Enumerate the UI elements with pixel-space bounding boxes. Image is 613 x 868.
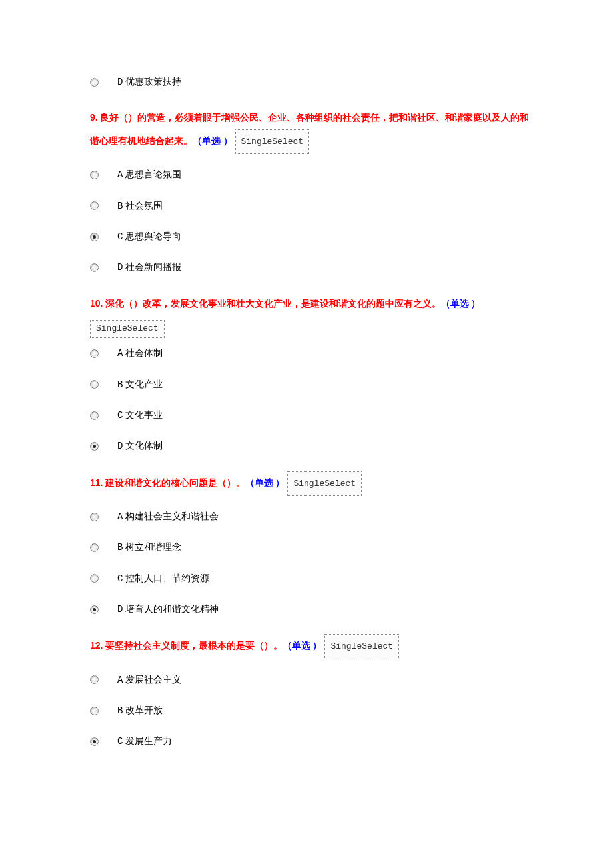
option-letter: A — [117, 675, 123, 685]
radio-icon[interactable] — [90, 349, 99, 358]
quiz-container: D优惠政策扶持9. 良好（）的营造，必须着眼于增强公民、企业、各种组织的社会责任… — [90, 67, 533, 757]
question-hint: （单选 ） — [245, 478, 285, 488]
badge-line: SingleSelect — [90, 320, 533, 338]
radio-icon[interactable] — [90, 263, 99, 272]
option-letter: A — [117, 348, 123, 359]
question-number: 9. — [90, 112, 98, 123]
option-letter: D — [117, 77, 123, 87]
option-content: B树立和谐理念 — [117, 540, 181, 555]
option-row[interactable]: A发展社会主义 — [90, 665, 533, 695]
single-select-badge: SingleSelect — [287, 471, 362, 496]
radio-icon[interactable] — [90, 380, 99, 389]
option-text: 文化产业 — [125, 379, 163, 389]
option-row[interactable]: B社会氛围 — [90, 191, 533, 221]
option-content: A构建社会主义和谐社会 — [117, 509, 219, 524]
option-content: A社会体制 — [117, 346, 163, 361]
option-row[interactable]: C文化事业 — [90, 400, 533, 431]
option-letter: A — [117, 511, 123, 522]
option-row[interactable]: A社会体制 — [90, 338, 533, 369]
option-row[interactable]: A构建社会主义和谐社会 — [90, 501, 533, 532]
option-row[interactable]: D文化体制 — [90, 431, 533, 461]
question-number: 11. — [90, 477, 103, 488]
option-row[interactable]: C控制人口、节约资源 — [90, 563, 533, 594]
option-text: 社会氛围 — [125, 201, 163, 211]
option-letter: C — [117, 410, 123, 421]
option-text: 文化事业 — [125, 410, 163, 420]
radio-icon[interactable] — [90, 201, 99, 210]
single-select-badge: SingleSelect — [235, 129, 310, 154]
option-text: 培育人的和谐文化精神 — [125, 604, 219, 614]
option-letter: C — [117, 231, 123, 242]
option-row[interactable]: B改革开放 — [90, 695, 533, 726]
question-hint: （单选 ） — [193, 136, 233, 146]
question-text: 建设和谐文化的核心问题是（）。 — [103, 478, 245, 488]
option-letter: D — [117, 262, 123, 273]
radio-icon[interactable] — [90, 442, 99, 451]
question-header: 12. 要坚持社会主义制度，最根本的是要（）。（单选 ）SingleSelect — [90, 634, 533, 659]
option-content: A发展社会主义 — [117, 673, 181, 687]
option-letter: C — [117, 736, 123, 747]
option-letter: B — [117, 201, 123, 211]
question-text: 良好（）的营造，必须着眼于增强公民、企业、各种组织的社会责任，把和谐社区、和谐家… — [90, 113, 529, 145]
option-letter: B — [117, 542, 123, 553]
option-text: 发展社会主义 — [125, 675, 181, 685]
question-hint: （单选 ） — [441, 299, 481, 309]
question-header: 11. 建设和谐文化的核心问题是（）。（单选 ）SingleSelect — [90, 471, 533, 496]
question-hint: （单选 ） — [283, 641, 322, 651]
option-row[interactable]: D培育人的和谐文化精神 — [90, 594, 533, 625]
option-content: D社会新闻播报 — [117, 260, 181, 275]
option-content: C控制人口、节约资源 — [117, 571, 209, 586]
option-content: D优惠政策扶持 — [117, 75, 181, 89]
question-text: 深化（）改革，发展文化事业和壮大文化产业，是建设和谐文化的题中应有之义。 — [103, 299, 441, 309]
option-content: B文化产业 — [117, 377, 163, 392]
radio-icon[interactable] — [90, 543, 99, 552]
radio-icon[interactable] — [90, 737, 99, 746]
option-content: C发展生产力 — [117, 734, 172, 749]
option-content: C思想舆论导向 — [117, 229, 181, 244]
radio-icon[interactable] — [90, 233, 99, 241]
question-number: 12. — [90, 640, 103, 651]
radio-icon[interactable] — [90, 605, 99, 614]
single-select-badge: SingleSelect — [324, 634, 399, 659]
option-row[interactable]: D社会新闻播报 — [90, 252, 533, 283]
option-text: 文化体制 — [125, 441, 163, 451]
option-content: B改革开放 — [117, 703, 163, 718]
radio-icon[interactable] — [90, 707, 99, 715]
radio-icon[interactable] — [90, 78, 99, 87]
option-row[interactable]: B树立和谐理念 — [90, 532, 533, 563]
option-content: A思想言论氛围 — [117, 167, 181, 182]
question-header: 10. 深化（）改革，发展文化事业和壮大文化产业，是建设和谐文化的题中应有之义。… — [90, 293, 533, 315]
option-letter: D — [117, 441, 123, 451]
option-row[interactable]: D优惠政策扶持 — [90, 67, 533, 97]
option-letter: C — [117, 573, 123, 584]
option-text: 优惠政策扶持 — [125, 77, 181, 87]
option-text: 控制人口、节约资源 — [125, 573, 209, 583]
option-letter: D — [117, 604, 123, 615]
radio-icon[interactable] — [90, 411, 99, 420]
option-text: 改革开放 — [125, 705, 163, 715]
option-row[interactable]: C发展生产力 — [90, 726, 533, 757]
option-content: B社会氛围 — [117, 199, 163, 213]
radio-icon[interactable] — [90, 171, 99, 179]
option-text: 思想舆论导向 — [125, 231, 181, 241]
radio-icon[interactable] — [90, 513, 99, 521]
single-select-badge: SingleSelect — [90, 320, 165, 338]
option-content: D文化体制 — [117, 439, 163, 453]
option-content: C文化事业 — [117, 408, 163, 423]
question-number: 10. — [90, 298, 103, 309]
option-text: 构建社会主义和谐社会 — [125, 511, 219, 521]
option-letter: B — [117, 379, 123, 390]
option-text: 社会新闻播报 — [125, 262, 181, 272]
option-text: 社会体制 — [125, 348, 163, 358]
option-letter: A — [117, 169, 123, 180]
option-text: 思想言论氛围 — [125, 169, 181, 179]
option-row[interactable]: A思想言论氛围 — [90, 159, 533, 190]
radio-icon[interactable] — [90, 675, 99, 684]
option-text: 发展生产力 — [125, 736, 172, 746]
option-text: 树立和谐理念 — [125, 542, 181, 552]
option-content: D培育人的和谐文化精神 — [117, 602, 219, 617]
option-row[interactable]: B文化产业 — [90, 369, 533, 400]
radio-icon[interactable] — [90, 574, 99, 583]
question-header: 9. 良好（）的营造，必须着眼于增强公民、企业、各种组织的社会责任，把和谐社区、… — [90, 107, 533, 154]
option-row[interactable]: C思想舆论导向 — [90, 221, 533, 252]
